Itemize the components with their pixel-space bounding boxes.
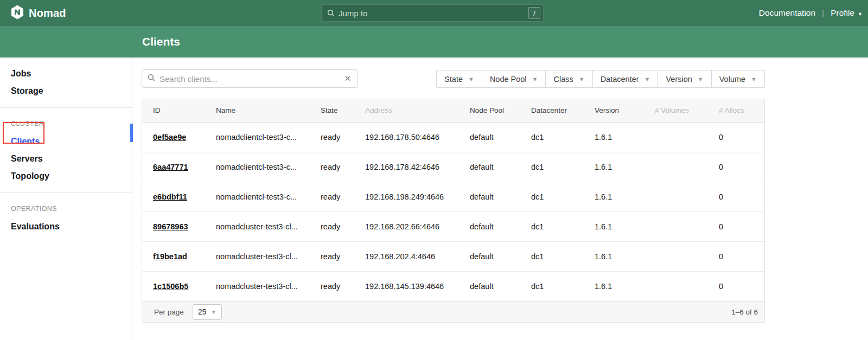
filter-label: Node Pool: [490, 75, 527, 84]
table-row[interactable]: 6aa47771nomadclientcl-test3-c...ready192…: [142, 152, 765, 182]
client-id-link[interactable]: 0ef5ae9e: [153, 133, 186, 142]
chevron-down-icon: ▼: [751, 76, 757, 82]
filter-state[interactable]: State▼: [436, 70, 482, 88]
cell-state: ready: [321, 271, 365, 301]
cell-version: 1.6.1: [595, 182, 655, 211]
sidebar-item-storage[interactable]: Storage: [0, 82, 132, 100]
filter-label: Volume: [719, 75, 745, 84]
cell-volumes: [655, 152, 719, 182]
cell-allocs: 0: [719, 211, 765, 241]
sidebar-section-operations: OPERATIONS: [0, 201, 132, 218]
cell-allocs: 0: [719, 271, 765, 301]
cell-version: 1.6.1: [595, 241, 655, 271]
table-row[interactable]: f19be1adnomadcluster-test3-cl...ready192…: [142, 241, 765, 271]
cell-volumes: [655, 271, 719, 301]
sidebar-item-clients[interactable]: Clients: [0, 133, 132, 150]
column-header-datacenter[interactable]: Datacenter: [531, 99, 595, 122]
sidebar-item-evaluations[interactable]: Evaluations: [0, 218, 132, 235]
sidebar-item-jobs[interactable]: Jobs: [0, 65, 132, 82]
table-row[interactable]: 1c1506b5nomadcluster-test3-cl...ready192…: [142, 271, 765, 301]
cell-datacenter: dc1: [531, 271, 595, 301]
filter-node-pool[interactable]: Node Pool▼: [482, 70, 546, 88]
clients-search-box[interactable]: ✕: [142, 69, 358, 88]
cell-allocs: 0: [719, 122, 765, 152]
page-title: Clients: [142, 26, 180, 57]
cell-address: 192.168.145.139:4646: [365, 271, 470, 301]
documentation-link[interactable]: Documentation: [759, 8, 815, 18]
sidebar: Jobs Storage CLUSTER Clients Servers Top…: [0, 59, 132, 340]
table-row[interactable]: 89678963nomadcluster-test3-cl...ready192…: [142, 211, 765, 241]
per-page-select[interactable]: 25 ▼: [193, 304, 222, 320]
main-content: ✕ State▼Node Pool▼Class▼Datacenter▼Versi…: [132, 59, 868, 340]
cell-allocs: 0: [719, 241, 765, 271]
cell-node_pool: default: [470, 271, 531, 301]
cell-id: e6bdbf11: [142, 182, 216, 211]
top-navbar: Nomad Jump to / Documentation | Profile▼: [0, 0, 868, 26]
table-header-row: IDNameStateAddressNode PoolDatacenterVer…: [142, 99, 765, 122]
filter-label: Datacenter: [601, 75, 639, 84]
clients-search-input[interactable]: [159, 74, 343, 84]
cell-volumes: [655, 241, 719, 271]
profile-menu[interactable]: Profile▼: [831, 8, 863, 18]
column-header-node-pool[interactable]: Node Pool: [470, 99, 531, 122]
cell-address: 192.168.178.50:4646: [365, 122, 470, 152]
cell-address: 192.168.202.4:4646: [365, 241, 470, 271]
cell-state: ready: [321, 152, 365, 182]
column-header-allocs: # Allocs: [719, 99, 765, 122]
cell-state: ready: [321, 211, 365, 241]
column-header-volumes: # Volumes: [655, 99, 719, 122]
client-id-link[interactable]: 89678963: [153, 222, 188, 231]
cell-datacenter: dc1: [531, 122, 595, 152]
per-page-label: Per page: [154, 308, 184, 316]
filter-datacenter[interactable]: Datacenter▼: [592, 70, 659, 88]
client-id-link[interactable]: 6aa47771: [153, 163, 188, 171]
search-icon: [148, 74, 155, 84]
cell-state: ready: [321, 122, 365, 152]
clear-search-icon[interactable]: ✕: [343, 74, 352, 84]
jump-to-search[interactable]: Jump to /: [321, 4, 544, 22]
page-header: Clients: [0, 26, 868, 59]
column-header-name[interactable]: Name: [216, 99, 321, 122]
cell-allocs: 0: [719, 182, 765, 211]
nav-separator: |: [822, 8, 824, 18]
clients-table: IDNameStateAddressNode PoolDatacenterVer…: [142, 99, 765, 323]
filter-label: Version: [666, 75, 692, 84]
cell-name: nomadcluster-test3-cl...: [216, 271, 321, 301]
column-header-version[interactable]: Version: [595, 99, 655, 122]
pagination-range: 1–6 of 6: [731, 308, 758, 316]
cell-node_pool: default: [470, 152, 531, 182]
cell-version: 1.6.1: [595, 122, 655, 152]
cell-version: 1.6.1: [595, 152, 655, 182]
client-id-link[interactable]: 1c1506b5: [153, 282, 188, 291]
column-header-id[interactable]: ID: [142, 99, 216, 122]
sidebar-item-servers[interactable]: Servers: [0, 150, 132, 168]
brand[interactable]: Nomad: [11, 0, 66, 26]
sidebar-item-topology[interactable]: Topology: [0, 168, 132, 185]
profile-label: Profile: [831, 8, 854, 17]
filter-label: Class: [553, 75, 573, 84]
client-id-link[interactable]: e6bdbf11: [153, 193, 187, 201]
sidebar-section-cluster: CLUSTER: [0, 116, 132, 133]
filter-volume[interactable]: Volume▼: [711, 70, 765, 88]
cell-state: ready: [321, 241, 365, 271]
cell-datacenter: dc1: [531, 211, 595, 241]
cell-address: 192.168.198.249:4646: [365, 182, 470, 211]
cell-id: 89678963: [142, 211, 216, 241]
table-row[interactable]: e6bdbf11nomadclientcl-test3-c...ready192…: [142, 182, 765, 211]
cell-node_pool: default: [470, 241, 531, 271]
table-row[interactable]: 0ef5ae9enomadclientcl-test3-c...ready192…: [142, 122, 765, 152]
chevron-down-icon: ▼: [579, 76, 585, 82]
cell-version: 1.6.1: [595, 271, 655, 301]
cell-id: 6aa47771: [142, 152, 216, 182]
filter-version[interactable]: Version▼: [658, 70, 711, 88]
cell-node_pool: default: [470, 122, 531, 152]
nomad-clients-page: Nomad Jump to / Documentation | Profile▼…: [0, 0, 868, 340]
column-header-state[interactable]: State: [321, 99, 365, 122]
cell-datacenter: dc1: [531, 182, 595, 211]
filter-group: State▼Node Pool▼Class▼Datacenter▼Version…: [478, 70, 765, 88]
cell-volumes: [655, 211, 719, 241]
jump-to-placeholder: Jump to: [339, 9, 367, 18]
cell-volumes: [655, 122, 719, 152]
client-id-link[interactable]: f19be1ad: [153, 252, 187, 261]
filter-class[interactable]: Class▼: [545, 70, 592, 88]
